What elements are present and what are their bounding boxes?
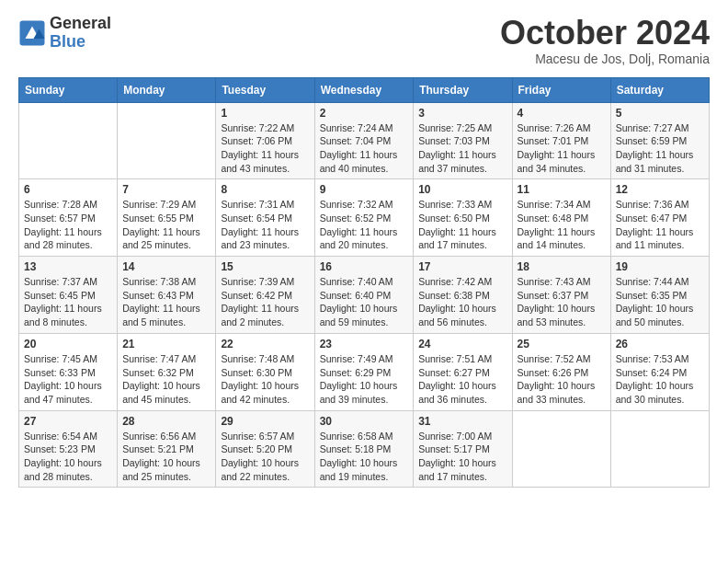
calendar-cell: 1Sunrise: 7:22 AM Sunset: 7:06 PM Daylig… — [216, 102, 314, 179]
cell-content: Sunrise: 7:22 AM Sunset: 7:06 PM Dayligh… — [221, 121, 309, 176]
calendar-cell: 6Sunrise: 7:28 AM Sunset: 6:57 PM Daylig… — [19, 179, 118, 257]
cell-content: Sunrise: 7:39 AM Sunset: 6:42 PM Dayligh… — [221, 275, 309, 329]
cell-content: Sunrise: 7:33 AM Sunset: 6:50 PM Dayligh… — [418, 198, 506, 252]
day-number: 21 — [122, 338, 210, 350]
calendar-week-5: 27Sunrise: 6:54 AM Sunset: 5:23 PM Dayli… — [19, 410, 710, 488]
calendar-cell: 27Sunrise: 6:54 AM Sunset: 5:23 PM Dayli… — [19, 410, 118, 488]
day-number: 23 — [320, 338, 409, 350]
day-number: 26 — [616, 338, 704, 350]
cell-content: Sunrise: 7:42 AM Sunset: 6:38 PM Dayligh… — [418, 275, 506, 329]
day-number: 15 — [221, 260, 309, 273]
cell-content: Sunrise: 6:57 AM Sunset: 5:20 PM Dayligh… — [221, 430, 309, 484]
cell-content: Sunrise: 7:40 AM Sunset: 6:40 PM Dayligh… — [320, 275, 409, 329]
calendar-cell — [118, 102, 216, 179]
calendar-cell: 9Sunrise: 7:32 AM Sunset: 6:52 PM Daylig… — [314, 179, 414, 257]
day-header-saturday: Saturday — [610, 77, 709, 102]
cell-content: Sunrise: 7:31 AM Sunset: 6:54 PM Dayligh… — [221, 198, 309, 252]
cell-content: Sunrise: 7:36 AM Sunset: 6:47 PM Dayligh… — [616, 198, 704, 252]
cell-content: Sunrise: 7:45 AM Sunset: 6:33 PM Dayligh… — [24, 352, 112, 407]
calendar-cell: 2Sunrise: 7:24 AM Sunset: 7:04 PM Daylig… — [314, 102, 414, 179]
cell-content: Sunrise: 7:32 AM Sunset: 6:52 PM Dayligh… — [320, 198, 409, 252]
calendar-cell: 8Sunrise: 7:31 AM Sunset: 6:54 PM Daylig… — [216, 179, 314, 257]
calendar-cell: 14Sunrise: 7:38 AM Sunset: 6:43 PM Dayli… — [118, 257, 216, 334]
calendar-cell: 21Sunrise: 7:47 AM Sunset: 6:32 PM Dayli… — [118, 333, 216, 410]
calendar-cell: 13Sunrise: 7:37 AM Sunset: 6:45 PM Dayli… — [19, 257, 118, 334]
day-number: 25 — [518, 338, 606, 350]
logo: General Blue — [18, 15, 111, 52]
calendar-week-4: 20Sunrise: 7:45 AM Sunset: 6:33 PM Dayli… — [19, 333, 710, 410]
cell-content: Sunrise: 7:48 AM Sunset: 6:30 PM Dayligh… — [221, 352, 309, 407]
cell-content: Sunrise: 7:43 AM Sunset: 6:37 PM Dayligh… — [518, 275, 606, 329]
cell-content: Sunrise: 7:29 AM Sunset: 6:55 PM Dayligh… — [122, 198, 210, 252]
day-number: 13 — [24, 260, 112, 273]
calendar-cell: 16Sunrise: 7:40 AM Sunset: 6:40 PM Dayli… — [314, 257, 414, 334]
calendar-cell: 11Sunrise: 7:34 AM Sunset: 6:48 PM Dayli… — [512, 179, 610, 257]
calendar-cell: 25Sunrise: 7:52 AM Sunset: 6:26 PM Dayli… — [512, 333, 610, 410]
calendar-week-3: 13Sunrise: 7:37 AM Sunset: 6:45 PM Dayli… — [19, 257, 710, 334]
day-number: 10 — [418, 183, 506, 196]
calendar-cell: 18Sunrise: 7:43 AM Sunset: 6:37 PM Dayli… — [512, 257, 610, 334]
day-header-sunday: Sunday — [19, 77, 118, 102]
calendar-cell: 19Sunrise: 7:44 AM Sunset: 6:35 PM Dayli… — [610, 257, 709, 334]
day-number: 8 — [221, 183, 309, 196]
page-header: General Blue October 2024 Macesu de Jos,… — [18, 15, 710, 66]
month-title: October 2024 — [500, 15, 710, 52]
calendar-cell: 26Sunrise: 7:53 AM Sunset: 6:24 PM Dayli… — [610, 333, 709, 410]
cell-content: Sunrise: 6:58 AM Sunset: 5:18 PM Dayligh… — [320, 430, 409, 484]
day-number: 29 — [221, 415, 309, 428]
cell-content: Sunrise: 7:51 AM Sunset: 6:27 PM Dayligh… — [418, 352, 506, 407]
calendar-cell: 28Sunrise: 6:56 AM Sunset: 5:21 PM Dayli… — [118, 410, 216, 488]
day-number: 16 — [320, 260, 409, 273]
day-number: 5 — [616, 107, 704, 120]
calendar-week-2: 6Sunrise: 7:28 AM Sunset: 6:57 PM Daylig… — [19, 179, 710, 257]
day-number: 19 — [616, 260, 704, 273]
day-header-friday: Friday — [512, 77, 610, 102]
day-number: 30 — [320, 415, 409, 428]
calendar-cell — [512, 410, 610, 488]
cell-content: Sunrise: 7:27 AM Sunset: 6:59 PM Dayligh… — [616, 121, 704, 176]
cell-content: Sunrise: 7:00 AM Sunset: 5:17 PM Dayligh… — [418, 430, 506, 484]
logo-line2: Blue — [50, 33, 111, 52]
calendar-cell: 29Sunrise: 6:57 AM Sunset: 5:20 PM Dayli… — [216, 410, 314, 488]
cell-content: Sunrise: 7:26 AM Sunset: 7:01 PM Dayligh… — [518, 121, 606, 176]
day-header-wednesday: Wednesday — [314, 77, 414, 102]
cell-content: Sunrise: 7:52 AM Sunset: 6:26 PM Dayligh… — [518, 352, 606, 407]
calendar-cell: 7Sunrise: 7:29 AM Sunset: 6:55 PM Daylig… — [118, 179, 216, 257]
day-header-monday: Monday — [118, 77, 216, 102]
calendar-body: 1Sunrise: 7:22 AM Sunset: 7:06 PM Daylig… — [19, 102, 710, 488]
day-number: 11 — [518, 183, 606, 196]
day-number: 24 — [418, 338, 506, 350]
calendar-cell — [19, 102, 118, 179]
day-number: 12 — [616, 183, 704, 196]
cell-content: Sunrise: 7:44 AM Sunset: 6:35 PM Dayligh… — [616, 275, 704, 329]
calendar-cell: 22Sunrise: 7:48 AM Sunset: 6:30 PM Dayli… — [216, 333, 314, 410]
day-number: 17 — [418, 260, 506, 273]
day-number: 14 — [122, 260, 210, 273]
day-header-thursday: Thursday — [414, 77, 512, 102]
cell-content: Sunrise: 7:47 AM Sunset: 6:32 PM Dayligh… — [122, 352, 210, 407]
calendar-cell: 3Sunrise: 7:25 AM Sunset: 7:03 PM Daylig… — [414, 102, 512, 179]
day-number: 7 — [122, 183, 210, 196]
calendar-cell — [610, 410, 709, 488]
cell-content: Sunrise: 7:24 AM Sunset: 7:04 PM Dayligh… — [320, 121, 409, 176]
day-number: 1 — [221, 107, 309, 120]
calendar-table: SundayMondayTuesdayWednesdayThursdayFrid… — [18, 77, 710, 488]
calendar-cell: 30Sunrise: 6:58 AM Sunset: 5:18 PM Dayli… — [314, 410, 414, 488]
day-header-tuesday: Tuesday — [216, 77, 314, 102]
cell-content: Sunrise: 6:56 AM Sunset: 5:21 PM Dayligh… — [122, 430, 210, 484]
day-number: 6 — [24, 183, 112, 196]
title-block: October 2024 Macesu de Jos, Dolj, Romani… — [500, 15, 710, 66]
day-number: 18 — [518, 260, 606, 273]
cell-content: Sunrise: 7:37 AM Sunset: 6:45 PM Dayligh… — [24, 275, 112, 329]
cell-content: Sunrise: 7:34 AM Sunset: 6:48 PM Dayligh… — [518, 198, 606, 252]
logo-icon — [18, 19, 46, 47]
calendar-header: SundayMondayTuesdayWednesdayThursdayFrid… — [19, 77, 710, 102]
calendar-cell: 17Sunrise: 7:42 AM Sunset: 6:38 PM Dayli… — [414, 257, 512, 334]
day-number: 27 — [24, 415, 112, 428]
cell-content: Sunrise: 7:49 AM Sunset: 6:29 PM Dayligh… — [320, 352, 409, 407]
calendar-cell: 4Sunrise: 7:26 AM Sunset: 7:01 PM Daylig… — [512, 102, 610, 179]
calendar-cell: 23Sunrise: 7:49 AM Sunset: 6:29 PM Dayli… — [314, 333, 414, 410]
calendar-cell: 15Sunrise: 7:39 AM Sunset: 6:42 PM Dayli… — [216, 257, 314, 334]
cell-content: Sunrise: 7:53 AM Sunset: 6:24 PM Dayligh… — [616, 352, 704, 407]
day-number: 22 — [221, 338, 309, 350]
